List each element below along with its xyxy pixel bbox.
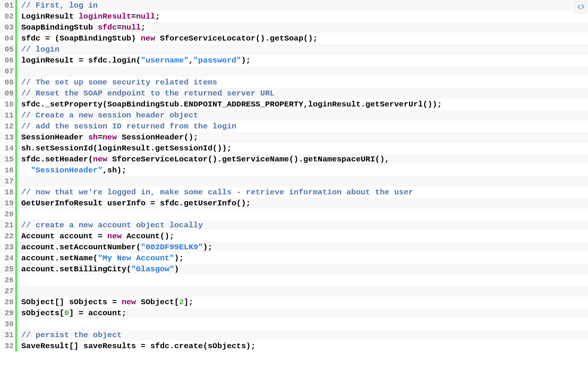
code-content: sObjects[0] = account; [17,308,126,319]
line-gutter: 27 [0,286,17,297]
code-content: SObject[] sObjects = new SObject[2]; [17,297,193,308]
code-token: ; [155,12,160,21]
line-gutter: 25 [0,264,17,275]
line-gutter: 11 [0,110,17,121]
line-number: 13 [0,132,15,143]
code-token: sh [88,133,97,142]
code-content: sfdc._setProperty(SoapBindingStub.ENDPOI… [17,99,442,110]
code-token: sfdc = (SoapBindingStub) [21,34,141,43]
line-number: 24 [0,253,15,264]
code-token: SObject[] sObjects = [21,298,122,307]
line-number: 27 [0,286,15,297]
code-token: GetUserInfoResult userInfo = sfdc.getUse… [21,199,251,208]
code-content: sh.setSessionId(loginResult.getSessionId… [17,143,232,154]
code-token: SoapBindingStub [21,23,98,32]
code-content: account.setAccountNumber("002DF99ELK9"); [17,242,212,253]
code-token: ); [241,56,251,65]
code-content: "SessionHeader",sh); [17,165,126,176]
code-token: sfdc [98,23,117,32]
line-gutter: 23 [0,242,17,253]
code-token [21,166,31,175]
line-gutter: 12 [0,121,17,132]
code-token: new [122,298,136,307]
code-token: LoginResult [21,12,79,21]
code-line: 27 [0,286,588,297]
code-content: // create a new account object locally [17,220,203,231]
code-token: sh.setSessionId(loginResult.getSessionId… [21,144,232,153]
code-line: 30 [0,319,588,330]
line-number: 19 [0,198,15,209]
change-marker [15,275,17,286]
view-source-button[interactable] [575,1,587,13]
line-number: 06 [0,55,15,66]
code-line: 31// persist the object [0,330,588,341]
line-gutter: 24 [0,253,17,264]
code-token: ] = account; [69,309,126,317]
code-content: LoginResult loginResult=null; [17,11,160,22]
line-gutter: 05 [0,44,17,55]
code-token: ]; [184,298,193,307]
line-gutter: 01 [0,0,17,11]
code-line: 16 "SessionHeader",sh); [0,165,588,176]
line-number: 21 [0,220,15,231]
line-number: 29 [0,308,15,319]
line-gutter: 29 [0,308,17,319]
code-token: // Reset the SOAP endpoint to the return… [21,89,275,98]
code-token: // First, log in [21,1,98,10]
line-number: 12 [0,121,15,132]
code-content: GetUserInfoResult userInfo = sfdc.getUse… [17,198,251,209]
code-token: // persist the object [21,331,122,339]
code-line: 02LoginResult loginResult=null; [0,11,588,22]
line-number: 20 [0,209,15,220]
line-number: 01 [0,0,15,11]
line-number: 28 [0,297,15,308]
line-number: 09 [0,88,15,99]
code-token: , [189,56,193,65]
code-line: 04sfdc = (SoapBindingStub) new SforceSer… [0,33,588,44]
line-number: 31 [0,330,15,341]
line-number: 32 [0,341,15,352]
code-block: 01// First, log in02LoginResult loginRes… [0,0,588,352]
code-token: account.setBillingCity( [21,265,131,274]
code-line: 18// now that we're logged in, make some… [0,187,588,198]
code-content: // now that we're logged in, make some c… [17,187,413,198]
code-token: null [136,12,155,21]
code-line: 15sfdc.setHeader(new SforceServiceLocato… [0,154,588,165]
line-gutter: 03 [0,22,17,33]
code-token: sfdc.setHeader( [21,155,93,164]
code-token: 0 [64,309,69,317]
code-token: // create a new account object locally [21,221,203,230]
code-content: account.setBillingCity("Glasgow") [17,264,179,275]
code-token: Account account = [21,232,107,241]
line-gutter: 10 [0,99,17,110]
line-gutter: 28 [0,297,17,308]
code-token: null [122,23,141,32]
code-token: ); [203,243,212,252]
code-line: 29sObjects[0] = account; [0,308,588,319]
line-number: 08 [0,77,15,88]
code-content: // First, log in [17,0,98,11]
code-content: SaveResult[] saveResults = sfdc.create(s… [17,341,256,352]
line-number: 23 [0,242,15,253]
line-number: 17 [0,176,15,187]
line-gutter: 07 [0,66,17,77]
code-token: 2 [179,298,184,307]
code-token: "002DF99ELK9" [141,243,203,252]
code-token: // The set up some security related item… [21,78,217,87]
code-line: 17 [0,176,588,187]
line-number: 05 [0,44,15,55]
code-token: "password" [193,56,241,65]
code-line: 10sfdc._setProperty(SoapBindingStub.ENDP… [0,99,588,110]
code-content: loginResult = sfdc.login("username","pas… [17,55,251,66]
code-content: sfdc = (SoapBindingStub) new SforceServi… [17,33,318,44]
code-token: SessionHeader(); [117,133,198,142]
line-gutter: 13 [0,132,17,143]
line-gutter: 02 [0,11,17,22]
code-content: account.setName("My New Account"); [17,253,184,264]
line-gutter: 30 [0,319,17,330]
line-number: 16 [0,165,15,176]
line-gutter: 19 [0,198,17,209]
code-token: new [93,155,107,164]
code-line: 23account.setAccountNumber("002DF99ELK9"… [0,242,588,253]
code-token: = [98,133,103,142]
